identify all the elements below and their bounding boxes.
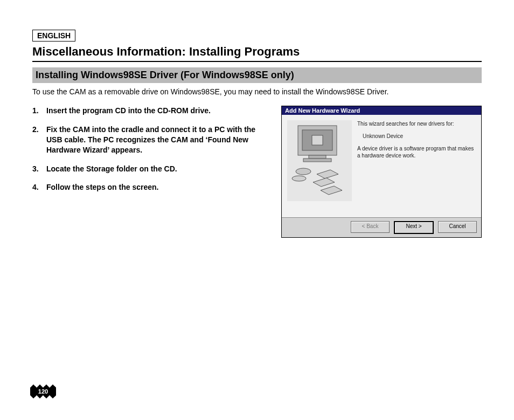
cancel-button[interactable]: Cancel bbox=[438, 221, 477, 233]
next-button[interactable]: Next > bbox=[394, 221, 434, 234]
steps-list: 1. Insert the program CD into the CD-ROM… bbox=[32, 106, 281, 201]
svg-rect-3 bbox=[309, 155, 326, 159]
page-number: 120 bbox=[30, 388, 56, 395]
intro-text: To use the CAM as a removable drive on W… bbox=[32, 87, 482, 96]
step-item: 4. Follow the steps on the screen. bbox=[32, 182, 270, 192]
step-item: 1. Insert the program CD into the CD-ROM… bbox=[32, 106, 270, 116]
step-text: Fix the CAM into the cradle and connect … bbox=[46, 125, 270, 155]
back-button: < Back bbox=[351, 221, 390, 233]
wizard-computer-icon bbox=[287, 120, 352, 201]
step-text: Locate the Storage folder on the CD. bbox=[46, 164, 177, 174]
dialog-line1: This wizard searches for new drivers for… bbox=[357, 120, 476, 127]
svg-rect-4 bbox=[303, 159, 331, 162]
dialog-footer: < Back Next > Cancel bbox=[282, 217, 481, 237]
dialog-device-name: Unknown Device bbox=[363, 133, 476, 140]
svg-marker-7 bbox=[317, 170, 338, 178]
wizard-dialog: Add New Hardware Wizard bbox=[281, 106, 482, 238]
language-badge: ENGLISH bbox=[32, 30, 75, 42]
step-number: 1. bbox=[32, 106, 46, 116]
step-item: 3. Locate the Storage folder on the CD. bbox=[32, 164, 270, 174]
step-item: 2. Fix the CAM into the cradle and conne… bbox=[32, 125, 270, 155]
svg-rect-2 bbox=[312, 135, 323, 145]
dialog-line2: A device driver is a software program th… bbox=[357, 145, 476, 159]
step-number: 4. bbox=[32, 182, 46, 192]
step-number: 2. bbox=[32, 125, 46, 155]
dialog-body-text: This wizard searches for new drivers for… bbox=[357, 120, 476, 212]
svg-marker-12 bbox=[30, 384, 56, 388]
section-title: Installing Windows98SE Driver (For Windo… bbox=[32, 67, 482, 83]
dialog-title: Add New Hardware Wizard bbox=[282, 106, 481, 115]
step-text: Insert the program CD into the CD-ROM dr… bbox=[46, 106, 211, 116]
svg-marker-9 bbox=[321, 186, 342, 195]
step-number: 3. bbox=[32, 164, 46, 174]
svg-point-5 bbox=[296, 168, 311, 175]
svg-marker-8 bbox=[313, 178, 335, 187]
page-number-badge: 120 bbox=[30, 382, 56, 401]
step-text: Follow the steps on the screen. bbox=[46, 182, 158, 192]
svg-marker-13 bbox=[30, 395, 56, 398]
svg-point-6 bbox=[292, 176, 306, 181]
page-title: Miscellaneous Information: Installing Pr… bbox=[32, 45, 482, 62]
